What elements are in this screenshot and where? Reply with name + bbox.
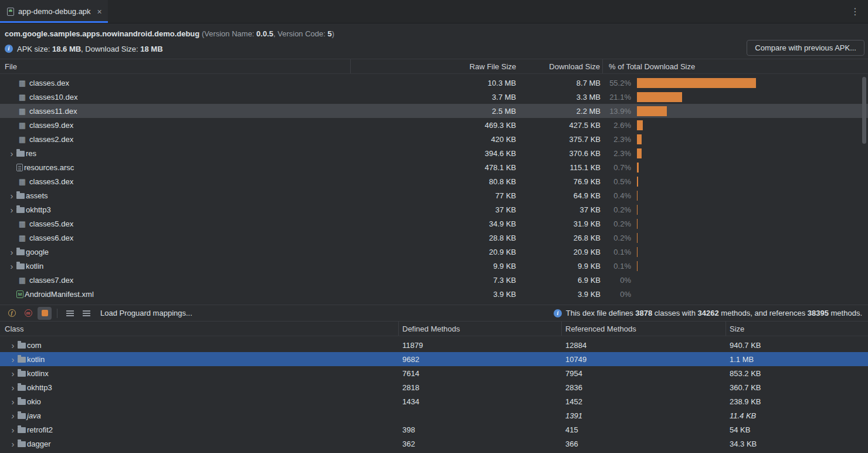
class-cell: okio bbox=[0, 394, 399, 408]
load-proguard-button[interactable]: Load Proguard mappings... bbox=[100, 309, 192, 317]
file-cell: resources.arsc bbox=[0, 160, 351, 174]
methods-count: 34262 bbox=[698, 309, 719, 317]
raw-file-size-value: 7.3 KB bbox=[351, 276, 516, 285]
apk-analyzer-window: app-demo-debug.apk × ⋮ com.google.sample… bbox=[0, 0, 868, 453]
column-header-file[interactable]: File bbox=[0, 59, 351, 73]
percent-bar-cell bbox=[631, 259, 868, 273]
download-size-value: 115.1 KB bbox=[516, 163, 603, 172]
file-cell: kotlin bbox=[0, 259, 351, 273]
chevron-expand-icon[interactable] bbox=[8, 383, 18, 392]
class-row[interactable]: okhttp3 2818 2836 360.7 KB bbox=[0, 380, 868, 394]
show-fields-button[interactable] bbox=[5, 307, 19, 320]
file-row[interactable]: classes6.dex 28.8 KB 26.8 KB 0.2% bbox=[0, 231, 868, 245]
download-size-value: 427.5 KB bbox=[516, 121, 603, 130]
chevron-expand-icon[interactable] bbox=[7, 205, 16, 214]
file-name: kotlin bbox=[26, 262, 43, 271]
summary-mid2: methods, and references bbox=[719, 309, 808, 317]
class-cell: kotlinx bbox=[0, 366, 399, 380]
column-header-size[interactable]: Size bbox=[726, 322, 868, 336]
arsc-file-icon bbox=[16, 164, 23, 171]
chevron-expand-icon[interactable] bbox=[8, 355, 18, 364]
file-row[interactable]: classes10.dex 3.7 MB 3.3 MB 21.1% bbox=[0, 90, 868, 104]
tab-apk-file[interactable]: app-demo-debug.apk × bbox=[0, 0, 108, 23]
file-row[interactable]: classes9.dex 469.3 KB 427.5 KB 2.6% bbox=[0, 118, 868, 132]
file-row[interactable]: resources.arsc 478.1 KB 115.1 KB 0.7% bbox=[0, 160, 868, 174]
download-size-value: 6.9 KB bbox=[516, 276, 603, 285]
file-row[interactable]: classes2.dex 420 KB 375.7 KB 2.3% bbox=[0, 132, 868, 146]
class-cell: com bbox=[0, 338, 399, 352]
download-percent-bar bbox=[637, 148, 642, 158]
expand-all-button[interactable] bbox=[63, 307, 77, 320]
show-methods-button[interactable] bbox=[21, 307, 35, 320]
file-row[interactable]: classes5.dex 34.9 KB 31.9 KB 0.2% bbox=[0, 217, 868, 231]
chevron-expand-icon[interactable] bbox=[8, 341, 18, 350]
package-icon bbox=[18, 343, 26, 349]
chevron-expand-icon[interactable] bbox=[8, 425, 18, 434]
raw-file-size-value: 37 KB bbox=[351, 205, 516, 214]
chevron-expand-icon[interactable] bbox=[8, 440, 18, 448]
download-size-value: 2.2 MB bbox=[516, 107, 603, 116]
file-row[interactable]: okhttp3 37 KB 37 KB 0.2% bbox=[0, 202, 868, 217]
file-row[interactable]: kotlin 9.9 KB 9.9 KB 0.1% bbox=[0, 259, 868, 273]
folder-file-icon bbox=[16, 207, 25, 213]
size-value: 940.7 KB bbox=[726, 341, 868, 350]
more-options-icon[interactable]: ⋮ bbox=[842, 6, 868, 17]
percent-bar-cell bbox=[631, 146, 868, 160]
chevron-expand-icon[interactable] bbox=[7, 149, 16, 158]
defined-methods-value: 7614 bbox=[399, 369, 562, 378]
download-percent-value: 0.2% bbox=[603, 234, 631, 242]
show-references-button[interactable] bbox=[38, 307, 52, 320]
file-row[interactable]: res 394.6 KB 370.6 KB 2.3% bbox=[0, 146, 868, 160]
collapse-all-button[interactable] bbox=[79, 307, 93, 320]
class-row[interactable]: kotlinx 7614 7954 853.2 KB bbox=[0, 366, 868, 380]
column-header-class[interactable]: Class bbox=[0, 322, 399, 336]
file-cell: classes5.dex bbox=[0, 217, 351, 231]
class-row[interactable]: com 11879 12884 940.7 KB bbox=[0, 338, 868, 352]
collapse-all-icon bbox=[83, 310, 90, 316]
file-cell: classes7.dex bbox=[0, 273, 351, 287]
file-row[interactable]: assets 77 KB 64.9 KB 0.4% bbox=[0, 188, 868, 202]
package-name: com.google.samples.apps.nowinandroid.dem… bbox=[5, 29, 199, 38]
file-name: classes.dex bbox=[29, 79, 69, 87]
chevron-expand-icon[interactable] bbox=[8, 411, 18, 420]
class-row[interactable]: java 1391 11.4 KB bbox=[0, 408, 868, 422]
dex-summary-text: This dex file defines 3878 classes with … bbox=[566, 309, 862, 317]
class-row[interactable]: dagger 362 366 34.3 KB bbox=[0, 437, 868, 451]
apk-size-text: APK size: 18.6 MB, Download Size: 18 MB bbox=[17, 45, 163, 53]
file-row[interactable]: AndroidManifest.xml 3.9 KB 3.9 KB 0% bbox=[0, 287, 868, 301]
chevron-expand-icon[interactable] bbox=[8, 397, 18, 406]
download-size-value: 76.9 KB bbox=[516, 177, 603, 186]
compare-apk-button[interactable]: Compare with previous APK... bbox=[747, 40, 864, 56]
download-size-value: 31.9 KB bbox=[516, 219, 603, 228]
dex-viewer-toolbar: Load Proguard mappings... This dex file … bbox=[0, 305, 868, 321]
chevron-expand-icon[interactable] bbox=[7, 191, 16, 200]
column-header-raw-file-size[interactable]: Raw File Size bbox=[351, 59, 516, 73]
file-row[interactable]: classes11.dex 2.5 MB 2.2 MB 13.9% bbox=[0, 104, 868, 118]
file-name: classes2.dex bbox=[29, 135, 73, 144]
file-cell: google bbox=[0, 245, 351, 259]
chevron-expand-icon[interactable] bbox=[7, 262, 16, 271]
file-cell: classes6.dex bbox=[0, 231, 351, 245]
vertical-scrollbar[interactable] bbox=[862, 77, 866, 144]
class-cell: okhttp3 bbox=[0, 380, 399, 394]
column-header-referenced-methods[interactable]: Referenced Methods bbox=[562, 322, 726, 336]
column-header-percent-of-total[interactable]: % of Total Download Size bbox=[603, 59, 868, 73]
file-row[interactable]: classes7.dex 7.3 KB 6.9 KB 0% bbox=[0, 273, 868, 287]
file-table-header: File Raw File Size Download Size % of To… bbox=[0, 59, 868, 74]
tab-title: app-demo-debug.apk bbox=[18, 7, 91, 16]
file-row[interactable]: classes.dex 10.3 MB 8.7 MB 55.2% bbox=[0, 76, 868, 90]
column-header-download-size[interactable]: Download Size bbox=[516, 59, 603, 73]
file-row[interactable]: google 20.9 KB 20.9 KB 0.1% bbox=[0, 245, 868, 259]
defined-methods-value: 1434 bbox=[399, 397, 562, 406]
file-row[interactable]: classes3.dex 80.8 KB 76.9 KB 0.5% bbox=[0, 174, 868, 188]
package-icon bbox=[18, 399, 26, 405]
class-row[interactable]: retrofit2 398 415 54 KB bbox=[0, 422, 868, 437]
class-row[interactable]: kotlin 9682 10749 1.1 MB bbox=[0, 352, 868, 366]
download-percent-value: 0.2% bbox=[603, 205, 631, 214]
class-row[interactable]: okio 1434 1452 238.9 KB bbox=[0, 394, 868, 408]
dex-file-icon bbox=[16, 121, 28, 129]
chevron-expand-icon[interactable] bbox=[8, 369, 18, 378]
tab-close-icon[interactable]: × bbox=[97, 7, 102, 16]
chevron-expand-icon[interactable] bbox=[7, 248, 16, 256]
column-header-defined-methods[interactable]: Defined Methods bbox=[399, 322, 562, 336]
